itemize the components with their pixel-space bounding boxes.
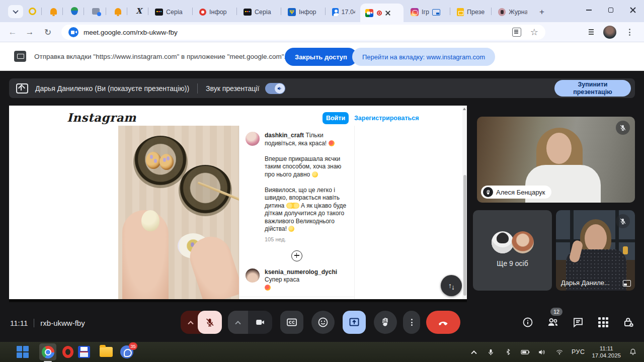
tab-divider [450, 8, 450, 15]
comment-username[interactable]: ksenia_numerolog_dychi [265, 268, 337, 276]
tab-journal[interactable]: Журна [494, 5, 531, 19]
tray-mic-icon[interactable] [486, 347, 496, 357]
address-bar[interactable]: meet.google.com/rxb-ukww-fby ☆ [61, 25, 545, 40]
chat-button[interactable] [572, 316, 585, 329]
reload-button[interactable]: ↻ [39, 22, 56, 42]
taskbar-save-app[interactable] [77, 345, 91, 359]
battery-icon[interactable] [520, 347, 530, 357]
window-maximize-button[interactable] [600, 0, 622, 20]
tab-divider [491, 8, 492, 15]
wifi-icon[interactable] [554, 347, 565, 357]
media-controls-button[interactable] [586, 22, 601, 42]
tab-info-1[interactable]: Інфор [195, 5, 234, 19]
scroll-up-arrow[interactable] [463, 108, 466, 110]
volume-icon[interactable] [537, 347, 547, 357]
sharing-message: Отправка вкладки "https://www.instagram.… [34, 53, 290, 60]
scrollbar-thumb[interactable] [463, 175, 466, 296]
pinned-tab-5[interactable] [113, 6, 123, 16]
presentation-sound-toggle[interactable] [265, 83, 285, 94]
taskbar-clock[interactable]: 11:11 17.04.2025 [592, 345, 621, 359]
pinned-tab-1[interactable] [27, 6, 37, 16]
mic-mute-button[interactable] [198, 311, 222, 334]
journal-icon [498, 8, 506, 16]
taskbar-chrome[interactable] [41, 345, 55, 359]
participant-tile-alesya[interactable]: Алеся Бенцарук [477, 117, 635, 203]
tab-serial-2[interactable]: Серіа [239, 5, 279, 19]
stop-sharing-button[interactable]: Закрыть доступ [285, 48, 357, 66]
reactions-button[interactable] [311, 311, 335, 334]
close-tab-icon[interactable] [385, 11, 390, 16]
language-indicator[interactable]: РУС [572, 348, 585, 355]
tray-expand-button[interactable] [469, 347, 479, 357]
more-participants-tile[interactable]: Ще 9 осіб [473, 210, 552, 291]
meeting-details-button[interactable] [521, 316, 534, 329]
tab-date[interactable]: 17.04. [328, 5, 359, 19]
pinned-tab-2[interactable] [48, 6, 58, 16]
raise-hand-button[interactable] [374, 311, 397, 334]
tab-serial-1[interactable]: Серіа [151, 5, 190, 19]
camera-options-button[interactable] [228, 311, 248, 334]
participant-tile-darya[interactable]: Дарья Даниле... [556, 210, 635, 291]
back-button[interactable]: ← [4, 22, 21, 42]
pip-toggle-icon[interactable] [623, 280, 631, 287]
comment-line: Вперше прикрашала яєчки таким способом, … [265, 155, 341, 178]
translate-icon[interactable] [512, 28, 521, 37]
camera-button[interactable] [248, 311, 272, 334]
tab-google-meet-active[interactable] [360, 4, 404, 22]
pinned-tab-4[interactable] [91, 6, 101, 16]
tab-divider [41, 8, 42, 15]
bell-icon [50, 8, 57, 15]
bluetooth-icon[interactable] [503, 347, 513, 357]
smiley-icon [317, 316, 329, 328]
google-meet-icon [365, 9, 373, 17]
leave-call-button[interactable] [426, 311, 460, 334]
commenter-avatar[interactable] [246, 268, 260, 283]
commenter-avatar[interactable] [246, 132, 260, 146]
captions-button[interactable] [280, 311, 303, 334]
bookmark-star-icon[interactable]: ☆ [530, 27, 538, 38]
meeting-code: rxb-ukww-fby [40, 319, 85, 327]
profile-avatar[interactable] [602, 22, 618, 42]
tv-app-icon [244, 9, 252, 16]
activities-button[interactable] [597, 316, 610, 329]
three-dots-icon [411, 319, 413, 326]
meet-site-icon [68, 27, 78, 37]
notifications-bell-icon[interactable] [628, 347, 638, 357]
start-button[interactable] [16, 345, 30, 359]
instagram-login-button[interactable]: Войти [323, 112, 349, 124]
tab-label: Інфор [299, 9, 316, 16]
present-icon [348, 316, 360, 328]
go-to-tab-button[interactable]: Перейти на вкладку: www.instagram.com [352, 48, 495, 66]
forward-button[interactable]: → [21, 22, 38, 42]
scroll-posts-button[interactable]: ↑↓ [441, 275, 462, 296]
tab-instagram[interactable]: Ігр [407, 5, 448, 19]
emoji: 😍 [329, 140, 335, 146]
presentation-bar: Дарья Даниленко (Ви (показуєте презентац… [9, 78, 635, 98]
more-options-button[interactable] [403, 311, 420, 334]
load-more-comments-button[interactable] [291, 250, 302, 261]
taskbar-explorer[interactable] [99, 345, 113, 359]
pinned-tab-3[interactable] [69, 6, 79, 16]
comment-username[interactable]: dashkin_craft [265, 132, 304, 139]
presenting-icon [16, 83, 28, 94]
browser-menu-button[interactable] [622, 22, 637, 42]
present-button-active[interactable] [343, 311, 366, 334]
window-minimize-button[interactable] [578, 0, 600, 20]
page-scrollbar[interactable] [462, 106, 467, 299]
media-icon [589, 29, 598, 36]
folder-icon [100, 347, 113, 357]
host-controls-button[interactable] [622, 316, 635, 329]
pinned-tab-6[interactable]: X [134, 6, 144, 16]
windows-taskbar: 35 РУС 11:11 17.04.2025 [0, 342, 644, 362]
window-close-button[interactable] [622, 0, 644, 20]
contact-icon [332, 8, 339, 16]
stop-presentation-button[interactable]: Зупинити презентацію [554, 80, 631, 97]
instagram-register-link[interactable]: Зарегистрироваться [354, 115, 419, 122]
participants-button[interactable]: 12 [546, 316, 559, 329]
taskbar-messenger[interactable]: 35 [120, 345, 134, 359]
new-tab-button[interactable]: + [534, 5, 549, 19]
tab-presentation[interactable]: Презе [453, 5, 489, 19]
tab-search-button[interactable] [8, 5, 23, 18]
taskbar-opera[interactable] [61, 345, 75, 359]
tab-info-2[interactable]: Ψ Інфор [284, 5, 323, 19]
